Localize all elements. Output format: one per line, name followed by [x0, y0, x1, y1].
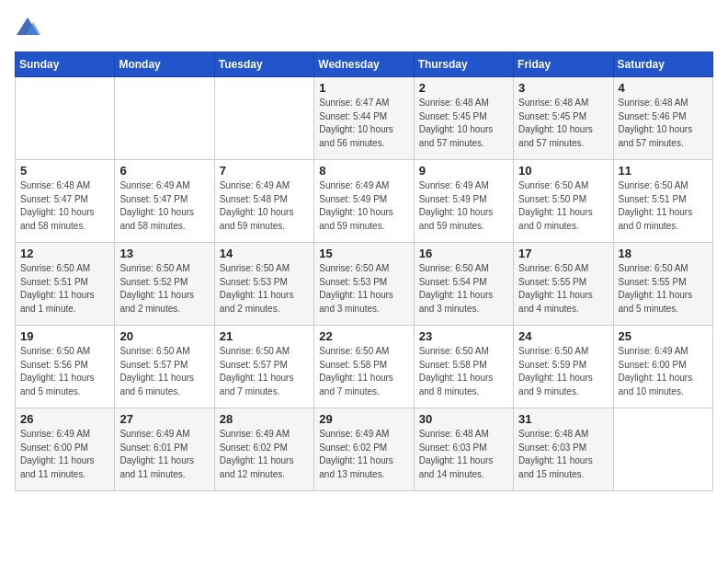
- day-info: Sunrise: 6:50 AM Sunset: 5:58 PM Dayligh…: [319, 345, 408, 398]
- calendar-cell: 30Sunrise: 6:48 AM Sunset: 6:03 PM Dayli…: [414, 408, 513, 491]
- day-number: 17: [518, 247, 608, 260]
- calendar-cell: 31Sunrise: 6:48 AM Sunset: 6:03 PM Dayli…: [514, 408, 613, 491]
- calendar-cell: 18Sunrise: 6:50 AM Sunset: 5:55 PM Dayli…: [613, 243, 712, 326]
- day-info: Sunrise: 6:50 AM Sunset: 5:56 PM Dayligh…: [20, 345, 109, 398]
- calendar-header: SundayMondayTuesdayWednesdayThursdayFrid…: [16, 52, 713, 77]
- day-number: 25: [619, 329, 708, 343]
- day-number: 14: [220, 247, 309, 260]
- day-info: Sunrise: 6:50 AM Sunset: 5:51 PM Dayligh…: [20, 262, 109, 316]
- day-info: Sunrise: 6:50 AM Sunset: 5:58 PM Dayligh…: [419, 345, 508, 398]
- day-info: Sunrise: 6:50 AM Sunset: 5:55 PM Dayligh…: [518, 262, 608, 316]
- calendar-week-3: 12Sunrise: 6:50 AM Sunset: 5:51 PM Dayli…: [16, 243, 713, 326]
- day-info: Sunrise: 6:49 AM Sunset: 6:02 PM Dayligh…: [319, 428, 408, 481]
- day-number: 31: [518, 412, 608, 426]
- calendar-cell: 8Sunrise: 6:49 AM Sunset: 5:49 PM Daylig…: [314, 160, 414, 243]
- day-info: Sunrise: 6:48 AM Sunset: 6:03 PM Dayligh…: [518, 428, 608, 481]
- day-number: 22: [319, 329, 408, 343]
- day-info: Sunrise: 6:50 AM Sunset: 5:50 PM Dayligh…: [518, 179, 608, 233]
- calendar-cell: 23Sunrise: 6:50 AM Sunset: 5:58 PM Dayli…: [414, 326, 513, 408]
- day-info: Sunrise: 6:49 AM Sunset: 5:47 PM Dayligh…: [119, 179, 209, 233]
- day-info: Sunrise: 6:49 AM Sunset: 5:49 PM Dayligh…: [419, 179, 508, 233]
- day-number: 13: [119, 247, 209, 260]
- calendar-cell: [613, 408, 712, 491]
- day-number: 26: [20, 412, 109, 426]
- day-number: 28: [220, 412, 309, 426]
- day-info: Sunrise: 6:49 AM Sunset: 5:48 PM Dayligh…: [220, 179, 309, 233]
- day-number: 11: [619, 164, 708, 178]
- calendar-cell: 7Sunrise: 6:49 AM Sunset: 5:48 PM Daylig…: [214, 160, 313, 243]
- day-number: 16: [419, 247, 508, 260]
- calendar-cell: 27Sunrise: 6:49 AM Sunset: 6:01 PM Dayli…: [115, 408, 214, 491]
- calendar-week-1: 1Sunrise: 6:47 AM Sunset: 5:44 PM Daylig…: [16, 77, 713, 160]
- calendar-cell: 1Sunrise: 6:47 AM Sunset: 5:44 PM Daylig…: [314, 77, 414, 160]
- calendar-cell: 25Sunrise: 6:49 AM Sunset: 6:00 PM Dayli…: [613, 326, 712, 408]
- calendar-cell: 16Sunrise: 6:50 AM Sunset: 5:54 PM Dayli…: [414, 243, 513, 326]
- calendar-cell: 22Sunrise: 6:50 AM Sunset: 5:58 PM Dayli…: [314, 326, 414, 408]
- calendar-week-2: 5Sunrise: 6:48 AM Sunset: 5:47 PM Daylig…: [16, 160, 713, 243]
- calendar-cell: 3Sunrise: 6:48 AM Sunset: 5:45 PM Daylig…: [514, 77, 613, 160]
- day-number: 27: [119, 412, 209, 426]
- day-info: Sunrise: 6:49 AM Sunset: 6:02 PM Dayligh…: [220, 428, 309, 481]
- calendar-cell: 21Sunrise: 6:50 AM Sunset: 5:57 PM Dayli…: [214, 326, 313, 408]
- day-number: 5: [20, 164, 109, 178]
- calendar-cell: 15Sunrise: 6:50 AM Sunset: 5:53 PM Dayli…: [314, 243, 414, 326]
- weekday-header-friday: Friday: [514, 52, 613, 77]
- calendar-cell: 5Sunrise: 6:48 AM Sunset: 5:47 PM Daylig…: [16, 160, 115, 243]
- day-info: Sunrise: 6:50 AM Sunset: 5:51 PM Dayligh…: [619, 179, 708, 233]
- day-info: Sunrise: 6:49 AM Sunset: 6:01 PM Dayligh…: [119, 428, 209, 481]
- calendar-cell: [115, 77, 214, 160]
- day-info: Sunrise: 6:48 AM Sunset: 6:03 PM Dayligh…: [419, 428, 508, 481]
- logo: [15, 15, 44, 40]
- day-number: 15: [319, 247, 408, 260]
- day-number: 23: [419, 329, 508, 343]
- day-info: Sunrise: 6:50 AM Sunset: 5:59 PM Dayligh…: [518, 345, 608, 398]
- calendar-cell: 13Sunrise: 6:50 AM Sunset: 5:52 PM Dayli…: [115, 243, 214, 326]
- weekday-header-saturday: Saturday: [613, 52, 712, 77]
- day-info: Sunrise: 6:48 AM Sunset: 5:47 PM Dayligh…: [20, 179, 109, 233]
- day-info: Sunrise: 6:50 AM Sunset: 5:54 PM Dayligh…: [419, 262, 508, 316]
- day-info: Sunrise: 6:50 AM Sunset: 5:57 PM Dayligh…: [119, 345, 209, 398]
- day-number: 12: [20, 247, 109, 260]
- calendar-cell: 17Sunrise: 6:50 AM Sunset: 5:55 PM Dayli…: [514, 243, 613, 326]
- calendar-week-5: 26Sunrise: 6:49 AM Sunset: 6:00 PM Dayli…: [16, 408, 713, 491]
- day-number: 6: [119, 164, 209, 178]
- day-info: Sunrise: 6:50 AM Sunset: 5:55 PM Dayligh…: [619, 262, 708, 316]
- day-number: 1: [319, 81, 408, 95]
- day-number: 24: [518, 329, 608, 343]
- calendar-cell: 14Sunrise: 6:50 AM Sunset: 5:53 PM Dayli…: [214, 243, 313, 326]
- calendar-cell: [16, 77, 115, 160]
- day-info: Sunrise: 6:50 AM Sunset: 5:53 PM Dayligh…: [319, 262, 408, 316]
- day-number: 20: [119, 329, 209, 343]
- day-number: 3: [518, 81, 608, 95]
- day-number: 21: [220, 329, 309, 343]
- calendar-cell: [214, 77, 313, 160]
- day-info: Sunrise: 6:50 AM Sunset: 5:52 PM Dayligh…: [119, 262, 209, 316]
- day-info: Sunrise: 6:47 AM Sunset: 5:44 PM Dayligh…: [319, 97, 408, 150]
- calendar-cell: 28Sunrise: 6:49 AM Sunset: 6:02 PM Dayli…: [214, 408, 313, 491]
- calendar-cell: 10Sunrise: 6:50 AM Sunset: 5:50 PM Dayli…: [514, 160, 613, 243]
- weekday-header-monday: Monday: [115, 52, 214, 77]
- day-number: 18: [619, 247, 708, 260]
- calendar-cell: 24Sunrise: 6:50 AM Sunset: 5:59 PM Dayli…: [514, 326, 613, 408]
- day-number: 10: [518, 164, 608, 178]
- calendar-cell: 6Sunrise: 6:49 AM Sunset: 5:47 PM Daylig…: [115, 160, 214, 243]
- day-number: 9: [419, 164, 508, 178]
- day-number: 2: [419, 81, 508, 95]
- logo-icon: [15, 15, 40, 40]
- day-number: 19: [20, 329, 109, 343]
- day-info: Sunrise: 6:48 AM Sunset: 5:45 PM Dayligh…: [518, 97, 608, 150]
- day-number: 30: [419, 412, 508, 426]
- calendar-cell: 11Sunrise: 6:50 AM Sunset: 5:51 PM Dayli…: [613, 160, 712, 243]
- day-info: Sunrise: 6:50 AM Sunset: 5:57 PM Dayligh…: [220, 345, 309, 398]
- weekday-header-sunday: Sunday: [16, 52, 115, 77]
- calendar-cell: 26Sunrise: 6:49 AM Sunset: 6:00 PM Dayli…: [16, 408, 115, 491]
- calendar-cell: 2Sunrise: 6:48 AM Sunset: 5:45 PM Daylig…: [414, 77, 513, 160]
- calendar-cell: 19Sunrise: 6:50 AM Sunset: 5:56 PM Dayli…: [16, 326, 115, 408]
- day-number: 8: [319, 164, 408, 178]
- day-number: 29: [319, 412, 408, 426]
- calendar-cell: 12Sunrise: 6:50 AM Sunset: 5:51 PM Dayli…: [16, 243, 115, 326]
- day-number: 7: [220, 164, 309, 178]
- weekday-header-wednesday: Wednesday: [314, 52, 414, 77]
- calendar-cell: 29Sunrise: 6:49 AM Sunset: 6:02 PM Dayli…: [314, 408, 414, 491]
- day-info: Sunrise: 6:48 AM Sunset: 5:45 PM Dayligh…: [419, 97, 508, 150]
